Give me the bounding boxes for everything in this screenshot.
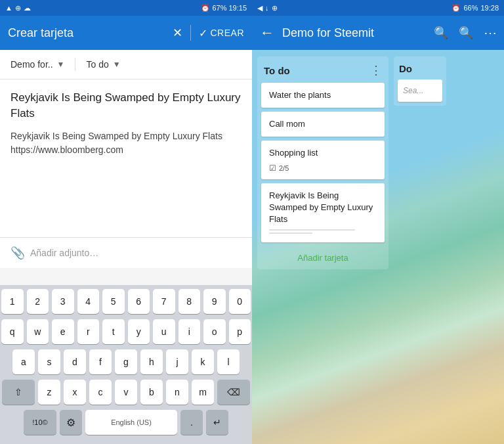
app-bar-right-actions: 🔍 🔍 ⋯ [434,25,496,41]
card-water-plants[interactable]: Water the plants [261,83,385,108]
card-description: Reykjavik Is Being Swamped by Empty Luxu… [10,129,242,157]
key-5[interactable]: 5 [102,289,125,314]
back-button[interactable]: ← [260,24,274,41]
key-w[interactable]: w [27,319,49,344]
keyboard-row-qwerty: q w e r t y u i o p [1,319,251,344]
key-k[interactable]: k [192,349,214,374]
key-n[interactable]: n [166,380,188,405]
key-shift[interactable]: ⇧ [2,380,35,405]
key-settings[interactable]: ⚙ [60,410,82,435]
keyboard-row-bottom: !10© ⚙ English (US) . ↵ [1,410,251,435]
key-8[interactable]: 8 [178,289,201,314]
back-status-icon: ◀ [257,4,262,12]
wifi-icon-right: ⊕ [272,4,278,12]
key-z[interactable]: z [38,380,60,405]
key-3[interactable]: 3 [52,289,74,314]
app-bar-divider [190,25,191,41]
card-shopping-list[interactable]: Shopping list ☑ 2/5 [261,141,385,179]
status-bar-right: ◀ ↓ ⊕ ⏰ 66% 19:28 [252,0,504,16]
key-x[interactable]: x [64,380,86,405]
card-reykjavik-title: Reykjavik Is Being Swamped by Empty Luxu… [269,190,377,226]
status-right-left-icons: ◀ ↓ ⊕ [257,4,278,12]
right-panel: ◀ ↓ ⊕ ⏰ 66% 19:28 ← Demo for Steemit 🔍 🔍… [252,0,504,444]
list-dropdown[interactable]: To do ▼ [86,59,120,70]
card-content-area[interactable]: Reykjavik Is Being Swamped by Empty Luxu… [0,79,252,237]
signal-icon: ▲ [5,4,12,12]
key-q[interactable]: q [1,319,24,344]
key-h[interactable]: h [140,349,163,374]
time-left: 19:15 [228,4,247,12]
key-u[interactable]: u [153,319,175,344]
list-dropdown-arrow: ▼ [113,60,121,69]
key-0[interactable]: 0 [229,289,251,314]
attachment-label: Añadir adjunto… [30,248,98,258]
key-o[interactable]: o [203,319,226,344]
card-water-plants-title: Water the plants [269,89,377,101]
key-a[interactable]: a [12,349,35,374]
key-m[interactable]: m [192,380,214,405]
key-backspace[interactable]: ⌫ [217,380,250,405]
key-v[interactable]: v [115,380,137,405]
todo-column: To do ⋮ Water the plants Call mom Shoppi… [257,56,388,269]
status-bar-left: ▲ ⊕ ☁ ⏰ 67% 19:15 [0,0,252,16]
key-space[interactable]: English (US) [85,410,177,435]
key-t[interactable]: t [102,319,125,344]
key-symbols[interactable]: !10© [24,410,56,435]
columns-wrapper: To do ⋮ Water the plants Call mom Shoppi… [252,50,504,444]
key-f[interactable]: f [89,349,112,374]
alarm-icon: ⏰ [201,4,210,12]
key-e[interactable]: e [52,319,74,344]
card-call-mom[interactable]: Call mom [261,112,385,137]
left-panel: ▲ ⊕ ☁ ⏰ 67% 19:15 Crear tarjeta ✕ ✓ CREA… [0,0,252,444]
key-y[interactable]: y [128,319,150,344]
key-g[interactable]: g [115,349,137,374]
board-label: Demo for.. [10,59,53,70]
key-enter[interactable]: ↵ [206,410,228,435]
card-checklist: ☑ 2/5 [269,164,377,173]
key-2[interactable]: 2 [27,289,49,314]
search-button[interactable]: 🔍 [434,26,448,40]
attachment-icon: 📎 [10,246,25,260]
add-attachment-row[interactable]: 📎 Añadir adjunto… [0,237,252,268]
key-6[interactable]: 6 [128,289,150,314]
more-button[interactable]: ⋯ [484,25,496,41]
do-partial-card-text: Sea... [403,86,437,95]
key-l[interactable]: l [217,349,240,374]
key-d[interactable]: d [64,349,86,374]
list-label: To do [86,59,108,70]
search-icon[interactable]: 🔍 [459,26,473,40]
status-left-icons: ▲ ⊕ ☁ [5,4,31,12]
key-b[interactable]: b [140,380,163,405]
key-s[interactable]: s [38,349,60,374]
keyboard: 1 2 3 4 5 6 7 8 9 0 q w e r t y u i o p … [0,285,252,444]
app-bar-actions: ✕ ✓ CREAR [173,25,244,41]
close-button[interactable]: ✕ [173,26,182,40]
key-j[interactable]: j [166,349,188,374]
key-i[interactable]: i [178,319,201,344]
todo-column-menu-icon[interactable]: ⋮ [370,63,382,78]
form-row-divider [75,58,75,71]
keyboard-row-zxcv: ⇧ z x c v b n m ⌫ [1,380,251,405]
status-right-icons: ⏰ 67% 19:15 [201,4,247,12]
key-4[interactable]: 4 [77,289,100,314]
do-partial-card[interactable]: Sea... [398,79,442,102]
add-card-button[interactable]: Añadir tarjeta [257,246,388,269]
key-r[interactable]: r [77,319,100,344]
board-dropdown[interactable]: Demo for.. ▼ [10,59,64,70]
keyboard-row-numbers: 1 2 3 4 5 6 7 8 9 0 [1,289,251,314]
board-dropdown-arrow: ▼ [57,60,65,69]
do-column-title: Do [399,63,412,74]
create-action[interactable]: ✓ CREAR [199,27,244,39]
key-c[interactable]: c [89,380,112,405]
key-9[interactable]: 9 [203,289,226,314]
key-7[interactable]: 7 [153,289,175,314]
card-reykjavik[interactable]: Reykjavik Is Being Swamped by Empty Luxu… [261,183,385,243]
cloud-icon: ☁ [24,4,31,12]
card-line-1 [269,229,355,231]
key-p[interactable]: p [229,319,251,344]
key-1[interactable]: 1 [1,289,24,314]
key-period[interactable]: . [180,410,203,435]
app-bar-left-title: Crear tarjeta [8,26,74,40]
checklist-count: 2/5 [279,164,289,172]
app-bar-left: Crear tarjeta ✕ ✓ CREAR [0,16,252,50]
